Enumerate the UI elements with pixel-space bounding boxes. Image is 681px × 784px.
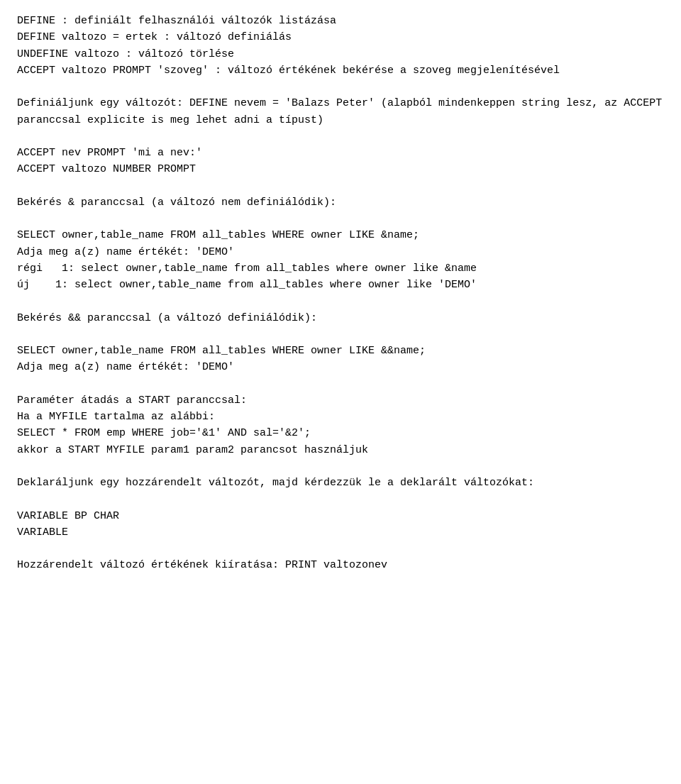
main-content: DEFINE : definiált felhasználói változók… [17,13,664,574]
